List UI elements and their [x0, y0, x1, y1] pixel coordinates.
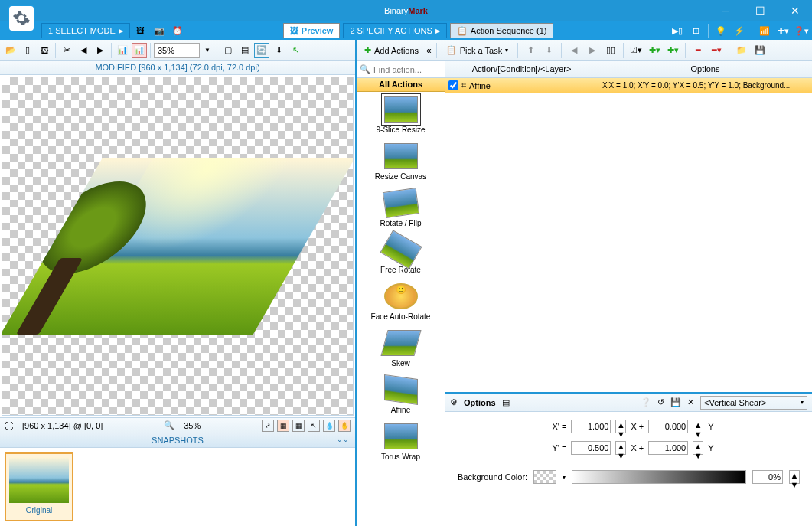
actual-icon[interactable]: ▦ — [277, 420, 289, 432]
usb-icon[interactable]: ⚡ — [733, 25, 745, 37]
ribbon: 1 SELECT MODE ▶ 🖼 📷 ⏰ 🖼 Preview 2 SPECIF… — [0, 21, 812, 40]
zoom-input[interactable] — [154, 43, 200, 58]
pick-task-button[interactable]: 📋Pick a Task▾ — [442, 44, 513, 57]
close-button[interactable]: ✕ — [778, 0, 812, 21]
tab-select-mode[interactable]: 1 SELECT MODE ▶ — [41, 23, 130, 38]
zoom-dropdown[interactable]: ▼ — [201, 43, 214, 58]
stack-icon[interactable]: ▤ — [237, 43, 253, 58]
maximize-button[interactable]: ☐ — [743, 0, 778, 21]
collapse-button[interactable]: « — [426, 45, 432, 56]
xx-input[interactable] — [571, 420, 611, 433]
undo-icon[interactable]: ↺ — [657, 397, 664, 407]
title-part-b: Mark — [408, 6, 428, 15]
xy-input[interactable] — [648, 420, 688, 433]
cmd-icon[interactable]: ▶▯ — [671, 25, 683, 37]
minimize-button[interactable]: ─ — [709, 0, 743, 21]
all-actions-header[interactable]: All Actions — [357, 78, 445, 92]
grid-icon[interactable]: ⊞ — [690, 25, 702, 37]
levels-icon[interactable]: 📊 — [132, 43, 147, 58]
fill-icon[interactable]: ▦ — [292, 420, 305, 432]
help-icon[interactable]: ❔ — [641, 397, 651, 407]
action-9slice[interactable]: 9-Slice Resize — [357, 92, 445, 139]
remove-all-icon[interactable]: ━▾ — [709, 43, 724, 58]
fit-icon[interactable]: ⤢ — [262, 420, 274, 432]
actions-toolbar: ✚Add Actions « 📋Pick a Task▾ ⬆ ⬇ ◀ ▶ ▯▯ … — [357, 40, 812, 61]
bg-color-swatch[interactable] — [533, 470, 556, 484]
col-options-header[interactable]: Options — [598, 61, 812, 77]
yx-input[interactable] — [571, 441, 611, 455]
remove-icon[interactable]: ━ — [690, 43, 706, 58]
add-green-icon[interactable]: ✚▾ — [647, 43, 662, 58]
plus-icon[interactable]: ✚▾ — [777, 25, 789, 37]
image-icon[interactable]: 🖼 — [37, 43, 52, 58]
refresh-icon[interactable]: 🔄 — [254, 43, 269, 58]
spinner[interactable]: ▲▼ — [789, 470, 800, 484]
alpha-input[interactable] — [752, 470, 783, 484]
bg-color-label: Background Color: — [458, 472, 527, 482]
folder-icon[interactable]: 📁 — [734, 43, 749, 58]
down-icon[interactable]: ⬇ — [271, 43, 286, 58]
preview-status: ⛶ [960 x 1,134] @ [0, 0] 🔍 35% ⤢ ▦ ▦ ↖ 💧… — [0, 417, 355, 433]
ribbon-btn-3[interactable]: ⏰ — [170, 23, 185, 38]
row-checkbox[interactable] — [448, 80, 458, 90]
spinner[interactable]: ▲▼ — [693, 420, 703, 433]
preview-canvas[interactable] — [2, 77, 354, 416]
rss-icon[interactable]: 📶 — [758, 25, 771, 37]
yy-input[interactable] — [648, 441, 688, 455]
tab-preview[interactable]: 🖼 Preview — [283, 23, 341, 38]
action-skew[interactable]: Skew — [357, 325, 445, 372]
new-icon[interactable]: ▯ — [20, 43, 35, 58]
back-icon[interactable]: ◀ — [76, 43, 91, 58]
delete-icon[interactable]: ✕ — [687, 397, 694, 407]
action-torus-wrap[interactable]: Torus Wrap — [357, 419, 445, 466]
forward-icon[interactable]: ▶ — [93, 43, 108, 58]
action-resize-canvas[interactable]: Resize Canvas — [357, 139, 445, 185]
hand-icon[interactable]: ✋ — [338, 420, 351, 432]
nav-next-icon[interactable]: ▶ — [585, 43, 600, 58]
snapshots-header[interactable]: SNAPSHOTS ⌄⌄ — [0, 433, 355, 448]
spinner[interactable]: ▲▼ — [615, 420, 626, 433]
action-face-auto-rotate[interactable]: 🙂Face Auto-Rotate — [357, 279, 445, 325]
snapshot-item[interactable]: Original — [5, 452, 73, 521]
pointer-icon[interactable]: ↖ — [308, 420, 320, 432]
go-icon[interactable]: ↖ — [288, 43, 303, 58]
col-action-header[interactable]: Action/[Condition]/<Layer> — [445, 61, 598, 77]
gear-settings[interactable] — [8, 5, 35, 32]
xplus-label: X + — [631, 422, 644, 431]
options-tab2-icon[interactable]: ▤ — [502, 397, 510, 407]
options-title: Options — [464, 398, 496, 407]
check-icon[interactable]: ☑▾ — [628, 43, 644, 58]
nav-prev-icon[interactable]: ◀ — [566, 43, 582, 58]
hash-icon: ⌗ — [461, 80, 466, 90]
ribbon-btn-2[interactable]: 📷 — [152, 23, 167, 38]
action-affine[interactable]: Affine — [357, 372, 445, 419]
histogram-icon[interactable]: 📊 — [115, 43, 130, 58]
open-icon[interactable]: 📂 — [3, 43, 18, 58]
save-icon[interactable]: 💾 — [670, 397, 681, 407]
tab-specify-actions[interactable]: 2 SPECIFY ACTIONS ▶ — [343, 23, 446, 38]
add-layer-icon[interactable]: ✚▾ — [665, 43, 680, 58]
cut-icon[interactable]: ✂ — [59, 43, 74, 58]
tab-action-sequence[interactable]: 📋 Action Sequence (1) — [450, 23, 554, 38]
preset-combo[interactable]: <Vertical Shear>▾ — [700, 396, 807, 410]
add-actions-button[interactable]: ✚Add Actions — [360, 44, 423, 57]
tab-label: Preview — [302, 26, 334, 35]
nav-up-icon[interactable]: ⬆ — [523, 43, 538, 58]
bulb-icon[interactable]: 💡 — [715, 25, 727, 37]
action-free-rotate[interactable]: Free Rotate — [357, 232, 445, 279]
titlebar: BinaryMark ─ ☐ ✕ — [0, 0, 812, 21]
spinner[interactable]: ▲▼ — [615, 441, 626, 455]
swatch-dd[interactable]: ▾ — [563, 474, 566, 481]
action-rotate-flip[interactable]: Rotate / Flip — [357, 185, 445, 232]
help-icon[interactable]: ❓▾ — [795, 25, 807, 37]
save-icon[interactable]: 💾 — [752, 43, 768, 58]
dup-icon[interactable]: ▯▯ — [603, 43, 618, 58]
spinner[interactable]: ▲▼ — [693, 441, 703, 455]
picker-icon[interactable]: 💧 — [323, 420, 335, 432]
sequence-row[interactable]: ⌗ Affine X'X = 1.0; X'Y = 0.0; Y'X = 0.5… — [445, 78, 812, 93]
square-icon[interactable]: ▢ — [220, 43, 236, 58]
ribbon-btn-1[interactable]: 🖼 — [133, 23, 148, 38]
alpha-slider[interactable] — [572, 470, 746, 484]
y-label: Y' = — [543, 443, 566, 452]
nav-down-icon[interactable]: ⬇ — [541, 43, 556, 58]
